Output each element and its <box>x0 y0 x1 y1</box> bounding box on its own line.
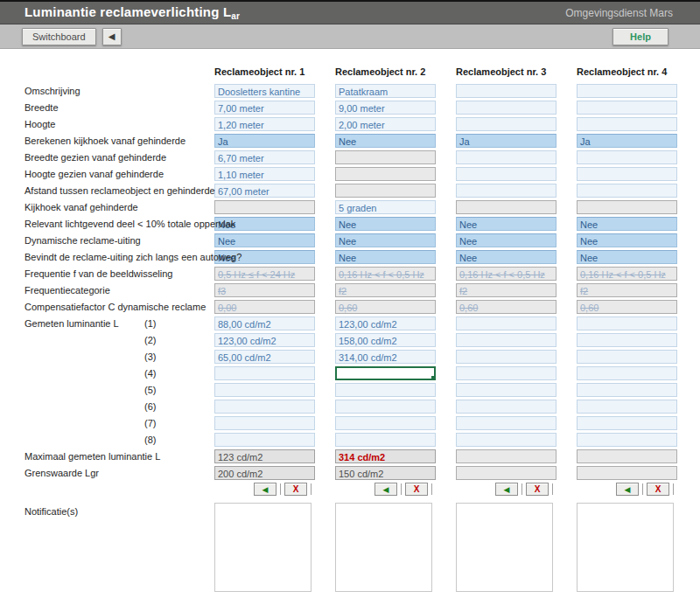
row-index: (4) <box>144 368 156 379</box>
toolbar: Switchboard ◀ Help <box>0 24 700 49</box>
row-label: Relevant lichtgevend deel < 10% totale o… <box>24 217 214 229</box>
text-field[interactable] <box>577 84 677 98</box>
text-field[interactable] <box>214 383 315 397</box>
text-field[interactable] <box>577 383 677 397</box>
text-field[interactable] <box>577 150 677 164</box>
form-row: Relevant lichtgevend deel < 10% totale o… <box>24 217 700 233</box>
text-field[interactable] <box>456 400 556 414</box>
selected-cell[interactable] <box>335 366 436 380</box>
row-index: (5) <box>144 385 156 395</box>
dropdown-field[interactable]: Nee <box>456 250 556 264</box>
text-field[interactable] <box>335 400 436 414</box>
text-field[interactable]: 9,00 meter <box>335 101 436 115</box>
form-row: (4) <box>24 366 700 383</box>
text-field[interactable] <box>577 400 677 414</box>
text-field[interactable] <box>456 117 556 131</box>
form-row: (5) <box>24 383 700 400</box>
notifications-box[interactable] <box>456 503 553 592</box>
text-field[interactable] <box>456 333 556 347</box>
dropdown-field[interactable]: Nee <box>335 134 436 148</box>
dropdown-field[interactable]: Nee <box>335 217 436 231</box>
page-title: Luminantie reclameverlichting Lar <box>24 4 240 21</box>
text-field[interactable] <box>335 416 436 430</box>
text-field[interactable] <box>456 350 556 364</box>
dropdown-field[interactable]: Nee <box>214 233 315 247</box>
form-row: Bevindt de reclame-uiting zich langs een… <box>24 250 700 267</box>
text-field[interactable] <box>456 383 556 397</box>
text-field[interactable] <box>456 184 556 198</box>
text-field[interactable]: 6,70 meter <box>214 150 315 164</box>
delete-record-button[interactable]: X <box>647 483 669 496</box>
text-field[interactable] <box>456 366 556 380</box>
dropdown-field[interactable]: Ja <box>577 134 677 148</box>
text-field[interactable]: 1,10 meter <box>214 167 315 181</box>
text-field[interactable] <box>577 366 677 380</box>
dropdown-field[interactable]: Ja <box>456 134 556 148</box>
text-field[interactable] <box>335 433 436 447</box>
text-field[interactable]: 67,00 meter <box>214 184 315 198</box>
switchboard-button[interactable]: Switchboard <box>22 28 96 45</box>
form-content: Reclameobject nr. 1 Reclameobject nr. 2 … <box>0 49 700 592</box>
text-field[interactable]: 123,00 cd/m2 <box>335 316 436 330</box>
text-field[interactable] <box>214 416 315 430</box>
text-field[interactable] <box>577 167 677 181</box>
text-field[interactable] <box>214 366 315 380</box>
back-button[interactable]: ◀ <box>102 28 122 45</box>
text-field[interactable] <box>214 433 315 447</box>
text-field[interactable]: 1,20 meter <box>214 117 315 131</box>
text-field[interactable] <box>577 433 677 447</box>
text-field[interactable] <box>456 316 556 330</box>
text-field[interactable] <box>456 433 556 447</box>
previous-record-button[interactable]: ◀ <box>616 483 639 496</box>
dropdown-field[interactable]: Nee <box>456 233 556 247</box>
help-button[interactable]: Help <box>612 28 668 45</box>
text-field[interactable] <box>456 416 556 430</box>
disabled-field: f2 <box>335 283 436 297</box>
previous-record-button[interactable]: ◀ <box>495 483 518 496</box>
text-field[interactable]: 2,00 meter <box>335 117 436 131</box>
readonly-alert-field: 314 cd/m2 <box>335 449 436 463</box>
dropdown-field[interactable]: Nee <box>577 250 677 264</box>
text-field[interactable]: 5 graden <box>335 200 436 214</box>
text-field[interactable]: Doosletters kantine <box>214 84 315 98</box>
text-field[interactable] <box>577 117 677 131</box>
dropdown-field[interactable]: Ja <box>214 134 315 148</box>
notifications-box[interactable] <box>335 503 432 592</box>
dropdown-field[interactable]: Nee <box>335 233 436 247</box>
text-field[interactable]: 314,00 cd/m2 <box>335 350 436 364</box>
text-field[interactable] <box>577 333 677 347</box>
text-field[interactable]: 123,00 cd/m2 <box>214 333 315 347</box>
dropdown-field[interactable]: Nee <box>456 217 556 231</box>
text-field[interactable] <box>456 84 556 98</box>
row-label: Dynamische reclame-uiting <box>24 233 214 246</box>
notifications-box[interactable] <box>214 503 312 592</box>
text-field[interactable]: Patatkraam <box>335 84 436 98</box>
delete-record-button[interactable]: X <box>284 483 307 496</box>
previous-record-button[interactable]: ◀ <box>374 483 397 496</box>
form-row: (8) <box>24 433 700 449</box>
dropdown-field[interactable]: Nee <box>577 217 677 231</box>
text-field[interactable] <box>577 184 677 198</box>
previous-record-button[interactable]: ◀ <box>254 483 276 496</box>
text-field[interactable] <box>456 101 556 115</box>
text-field[interactable] <box>214 400 315 414</box>
dropdown-field[interactable]: Nee <box>335 250 436 264</box>
disabled-field: 0,16 Hz < f < 0,5 Hz <box>335 267 436 281</box>
text-field[interactable] <box>456 167 556 181</box>
notifications-box[interactable] <box>577 503 674 592</box>
delete-record-button[interactable]: X <box>526 483 549 496</box>
text-field[interactable] <box>577 316 677 330</box>
text-field[interactable]: 65,00 cd/m2 <box>214 350 315 364</box>
delete-record-button[interactable]: X <box>405 483 428 496</box>
text-field[interactable]: 158,00 cd/m2 <box>335 333 436 347</box>
text-field[interactable] <box>577 416 677 430</box>
text-field[interactable] <box>577 101 677 115</box>
text-field[interactable]: 7,00 meter <box>214 101 315 115</box>
text-field[interactable] <box>577 350 677 364</box>
text-field[interactable]: 88,00 cd/m2 <box>214 316 315 330</box>
text-field[interactable] <box>456 150 556 164</box>
header-spacer <box>24 66 214 68</box>
dropdown-field[interactable]: Nee <box>577 233 677 247</box>
text-field[interactable] <box>335 383 436 397</box>
row-label: Afstand tussen reclameobject en gehinder… <box>24 184 214 196</box>
